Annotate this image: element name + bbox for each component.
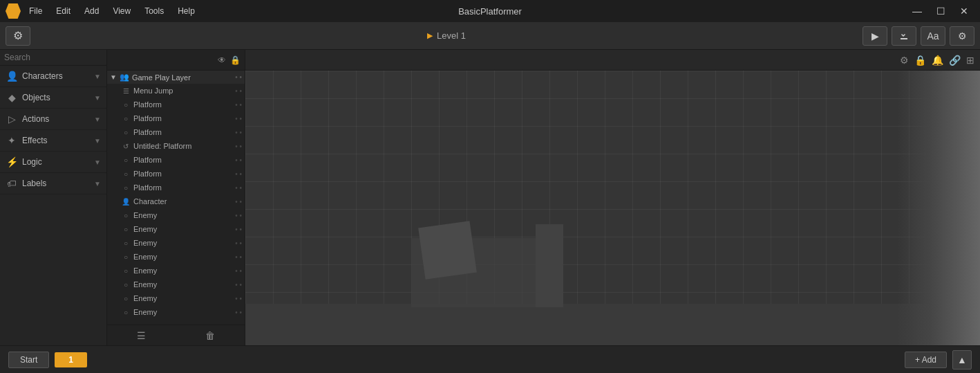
- layer-delete-button[interactable]: 🗑: [176, 325, 245, 345]
- minimize-button[interactable]: —: [907, 3, 927, 19]
- sidebar-item-actions[interactable]: ▷ Actions ▼: [0, 109, 106, 130]
- item-label: Enemy: [133, 308, 232, 316]
- notify-canvas-icon[interactable]: 🔔: [932, 55, 943, 66]
- item-icon: ○: [121, 101, 131, 109]
- item-dots: • •: [235, 129, 242, 136]
- menu-add[interactable]: Add: [82, 5, 102, 17]
- logic-label: Logic: [22, 157, 90, 167]
- list-item[interactable]: ○ Platform • •: [107, 153, 245, 167]
- labels-label: Labels: [22, 179, 90, 188]
- settings-canvas-icon[interactable]: ⚙: [900, 55, 909, 66]
- item-label: Enemy: [133, 211, 232, 219]
- chevron-down-icon: ▼: [94, 73, 101, 80]
- chevron-down-icon: ▼: [94, 116, 101, 123]
- floating-block: [418, 221, 477, 280]
- list-item[interactable]: ○ Enemy • •: [107, 264, 245, 278]
- menu-tools[interactable]: Tools: [142, 5, 167, 17]
- list-item[interactable]: ○ Enemy • •: [107, 236, 245, 250]
- list-item[interactable]: ○ Platform • •: [107, 125, 245, 139]
- item-dots: • •: [235, 115, 242, 122]
- sidebar-item-logic[interactable]: ⚡ Logic ▼: [0, 152, 106, 173]
- link-canvas-icon[interactable]: 🔗: [949, 55, 961, 66]
- objects-label: Objects: [22, 93, 90, 102]
- actions-icon: ▷: [6, 113, 18, 125]
- layer-panel: 👁 🔒 ▼ 👥 Game Play Layer • • ☰ Menu Jump …: [107, 50, 245, 345]
- lock-canvas-icon[interactable]: 🔒: [914, 55, 926, 66]
- list-item[interactable]: ○ Platform • •: [107, 111, 245, 125]
- toolbar-right: ▶ Aa ⚙: [863, 26, 974, 46]
- list-item[interactable]: ○ Enemy • •: [107, 222, 245, 236]
- menu-bar: File Edit Add View Tools Help: [26, 5, 198, 17]
- list-item[interactable]: ○ Enemy • •: [107, 278, 245, 291]
- item-dots: • •: [235, 226, 242, 233]
- effects-icon: ✦: [6, 135, 18, 146]
- menu-edit[interactable]: Edit: [53, 5, 73, 17]
- list-item[interactable]: ○ Platform • •: [107, 167, 245, 181]
- item-icon: ○: [121, 129, 131, 136]
- main-area: 🔍 👤 Characters ▼ ◆ Objects ▼ ▷ Actions ▼…: [0, 50, 980, 345]
- layer-group[interactable]: ▼ 👥 Game Play Layer • •: [107, 71, 245, 84]
- list-item[interactable]: 👤 Character • •: [107, 194, 245, 208]
- right-wall: [897, 71, 980, 345]
- sidebar-item-effects[interactable]: ✦ Effects ▼: [0, 130, 106, 152]
- grid-canvas-icon[interactable]: ⊞: [966, 55, 974, 66]
- group-button[interactable]: ⚙: [6, 26, 30, 46]
- item-icon: ○: [121, 156, 131, 164]
- list-item[interactable]: ○ Enemy • •: [107, 291, 245, 305]
- bottom-bar: Start 1 + Add ▲: [0, 345, 980, 373]
- item-dots: • •: [235, 239, 242, 247]
- window-controls: — ☐ ✕: [907, 3, 974, 19]
- layer-add-button[interactable]: ☰: [107, 325, 176, 345]
- list-item[interactable]: ○ Enemy • •: [107, 208, 245, 222]
- maximize-button[interactable]: ☐: [930, 3, 951, 19]
- text-button[interactable]: Aa: [921, 26, 945, 46]
- app-logo: [6, 3, 21, 19]
- item-dots: • •: [235, 253, 242, 261]
- actions-label: Actions: [22, 114, 90, 124]
- list-item[interactable]: ○ Enemy • •: [107, 305, 245, 319]
- item-icon: ○: [121, 253, 131, 261]
- expand-icon: ▼: [110, 73, 117, 81]
- item-icon: ○: [121, 212, 131, 219]
- settings-button[interactable]: ⚙: [950, 26, 974, 46]
- eye-icon[interactable]: 👁: [218, 55, 226, 65]
- up-button[interactable]: ▲: [952, 350, 972, 370]
- sidebar: 🔍 👤 Characters ▼ ◆ Objects ▼ ▷ Actions ▼…: [0, 50, 107, 345]
- menu-file[interactable]: File: [26, 5, 45, 17]
- canvas-viewport[interactable]: [245, 71, 980, 345]
- search-input[interactable]: [4, 53, 108, 62]
- list-item[interactable]: ○ Enemy • •: [107, 250, 245, 264]
- play-button[interactable]: ▶: [863, 26, 887, 46]
- list-item[interactable]: ○ Platform • •: [107, 98, 245, 111]
- menu-view[interactable]: View: [110, 5, 133, 17]
- group-label: Game Play Layer: [132, 73, 232, 82]
- list-item[interactable]: ↺ Untitled: Platform • •: [107, 139, 245, 153]
- vertical-pillar: [536, 224, 563, 307]
- chevron-down-icon: ▼: [94, 158, 101, 166]
- sidebar-item-objects[interactable]: ◆ Objects ▼: [0, 87, 106, 109]
- add-button[interactable]: + Add: [905, 352, 947, 368]
- menu-help[interactable]: Help: [175, 5, 198, 17]
- item-dots: • •: [235, 212, 242, 219]
- item-icon: ○: [121, 309, 131, 316]
- start-button[interactable]: Start: [8, 352, 49, 368]
- page-number-button[interactable]: 1: [55, 352, 87, 367]
- item-label: Menu Jump: [133, 87, 232, 95]
- export-button[interactable]: [892, 26, 916, 46]
- lock-icon[interactable]: 🔒: [230, 55, 241, 65]
- item-label: Platform: [133, 170, 232, 178]
- item-label: Enemy: [133, 253, 232, 261]
- item-dots: • •: [235, 281, 242, 289]
- item-label: Enemy: [133, 225, 232, 233]
- list-item[interactable]: ○ Platform • •: [107, 181, 245, 194]
- group-user-icon: 👥: [120, 73, 129, 82]
- item-icon: ○: [121, 295, 131, 302]
- layer-header: 👁 🔒: [107, 50, 245, 71]
- list-item[interactable]: ☰ Menu Jump • •: [107, 84, 245, 98]
- sidebar-item-labels[interactable]: 🏷 Labels ▼: [0, 173, 106, 194]
- item-label: Enemy: [133, 266, 232, 275]
- sidebar-item-characters[interactable]: 👤 Characters ▼: [0, 66, 106, 87]
- close-button[interactable]: ✕: [954, 3, 974, 19]
- group-dots: • •: [235, 73, 242, 81]
- item-label: Platform: [133, 128, 232, 136]
